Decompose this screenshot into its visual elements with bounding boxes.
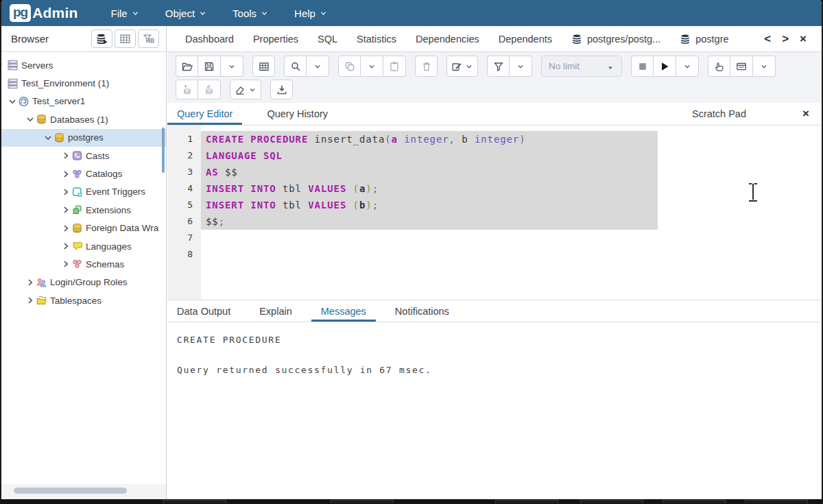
tab-statistics[interactable]: Statistics	[347, 26, 406, 51]
chevron-down-icon[interactable]	[25, 114, 36, 125]
download-results-button[interactable]	[270, 80, 293, 99]
tree-item-foreign-data-wrappers[interactable]: Foreign Data Wra	[1, 219, 166, 237]
tab-explain[interactable]: Explain	[250, 300, 302, 322]
chevron-down-icon[interactable]	[43, 132, 53, 143]
find-options-caret[interactable]	[307, 56, 329, 77]
tree-item-catalogs[interactable]: Catalogs	[1, 165, 166, 182]
query-toolbar: No limit	[167, 52, 822, 103]
filter-options-caret[interactable]	[510, 56, 532, 77]
code-line[interactable]: $$;	[201, 213, 822, 230]
tab-scroll-left-button[interactable]: <	[764, 32, 771, 46]
line-number-gutter: 12345678	[167, 125, 201, 300]
filter-dialog-button[interactable]	[252, 56, 275, 77]
tree-item-casts[interactable]: Casts	[1, 147, 166, 165]
tree-item-schemas[interactable]: Schemas	[1, 255, 166, 273]
code-line[interactable]: LANGUAGE SQL	[201, 147, 822, 164]
object-explorer-button[interactable]	[91, 29, 112, 48]
download-icon	[276, 84, 287, 95]
macros-options-caret[interactable]	[753, 56, 776, 77]
tab-query-tool-postgres[interactable]: postgres/postg...	[562, 26, 670, 51]
code-line[interactable]	[201, 246, 822, 263]
edit-menu-button[interactable]	[446, 56, 478, 77]
tab-dashboard[interactable]: Dashboard	[176, 26, 243, 51]
tab-sql[interactable]: SQL	[308, 26, 347, 51]
find-button[interactable]	[284, 56, 307, 77]
chevron-right-icon[interactable]	[60, 150, 71, 161]
cancel-query-button[interactable]	[631, 56, 654, 77]
tab-close-button[interactable]: ×	[800, 32, 807, 46]
menu-object[interactable]: Object	[157, 3, 215, 23]
scratch-pad-close-button[interactable]: ×	[802, 107, 809, 121]
tab-dependencies[interactable]: Dependencies	[406, 26, 489, 51]
tab-messages[interactable]: Messages	[311, 300, 376, 322]
tab-properties[interactable]: Properties	[243, 26, 308, 51]
execute-query-button[interactable]	[654, 56, 676, 77]
chevron-right-icon[interactable]	[60, 204, 71, 215]
tree-horizontal-scrollbar-track[interactable]	[1, 484, 166, 499]
chevron-down-icon	[320, 10, 327, 17]
rollback-button[interactable]	[198, 80, 221, 99]
chevron-right-icon[interactable]	[25, 295, 36, 306]
save-file-button[interactable]	[198, 56, 221, 77]
chevron-down-icon	[248, 86, 257, 94]
chevron-right-icon[interactable]	[60, 241, 71, 252]
tree-item-label: Catalogs	[86, 169, 122, 179]
tab-scroll-right-button[interactable]: >	[782, 32, 789, 46]
tab-query-tool-postgres-2[interactable]: postgre	[670, 26, 738, 51]
code-line[interactable]	[201, 230, 822, 246]
dependencies-grid-button[interactable]	[115, 29, 136, 48]
tree-item-servers[interactable]: Servers	[1, 56, 166, 74]
clear-query-button[interactable]	[230, 80, 261, 99]
commit-button[interactable]	[176, 80, 198, 99]
tree-item-test-server1[interactable]: Test_server1	[1, 93, 166, 110]
code-line[interactable]: INSERT INTO tbl VALUES (a);	[201, 180, 822, 197]
copy-options-caret[interactable]	[361, 56, 383, 77]
code-line[interactable]: AS $$	[201, 164, 822, 180]
code-line[interactable]: CREATE PROCEDURE insert_data(a integer, …	[201, 131, 822, 147]
macros-button[interactable]	[730, 56, 753, 77]
tree-item-tablespaces[interactable]: Tablespaces	[1, 291, 166, 309]
row-limit-select[interactable]: No limit	[541, 56, 622, 77]
execute-options-caret[interactable]	[676, 56, 699, 77]
chevron-right-icon[interactable]	[60, 223, 71, 234]
open-file-button[interactable]	[176, 56, 198, 77]
tree-vertical-scrollbar[interactable]	[162, 128, 165, 173]
menu-tools[interactable]: Tools	[224, 3, 276, 23]
chevron-right-icon[interactable]	[25, 277, 36, 288]
chevron-down-icon	[132, 10, 139, 17]
tree-item-login-group-roles[interactable]: Login/Group Roles	[1, 274, 166, 291]
delete-button[interactable]	[415, 56, 438, 77]
sql-editor[interactable]: 12345678 CREATE PROCEDURE insert_data(a …	[167, 125, 822, 300]
pgadmin-logo: pg Admin	[10, 4, 78, 22]
tree-item-test-environment[interactable]: Test_Environment (1)	[1, 74, 166, 92]
paste-button[interactable]	[383, 56, 406, 77]
tree-horizontal-scrollbar-thumb[interactable]	[14, 488, 127, 494]
menu-file[interactable]: File	[103, 3, 147, 23]
copy-button[interactable]	[338, 56, 361, 77]
chevron-down-icon[interactable]	[7, 96, 18, 107]
tree-item-databases[interactable]: Databases (1)	[1, 110, 166, 128]
tab-navigation: < > ×	[764, 32, 813, 46]
filter-button[interactable]	[487, 56, 510, 77]
tab-query-editor[interactable]: Query Editor	[167, 103, 242, 125]
menu-help[interactable]: Help	[286, 3, 335, 23]
chevron-right-icon[interactable]	[60, 259, 71, 269]
chevron-right-icon[interactable]	[60, 187, 71, 197]
tree-item-event-triggers[interactable]: Event Triggers	[1, 183, 166, 201]
browser-filter-button[interactable]	[138, 29, 159, 48]
code-line[interactable]: INSERT INTO tbl VALUES (b);	[201, 197, 822, 213]
tree-item-languages[interactable]: Languages	[1, 237, 166, 255]
chevron-right-icon[interactable]	[60, 169, 71, 180]
tree-item-postgres[interactable]: postgres	[1, 129, 166, 147]
row-limit-value: No limit	[549, 61, 606, 71]
save-options-caret[interactable]	[221, 56, 243, 77]
tab-query-history[interactable]: Query History	[257, 103, 337, 125]
tab-dependents[interactable]: Dependents	[489, 26, 562, 51]
tab-notifications[interactable]: Notifications	[385, 300, 459, 322]
code-area[interactable]: CREATE PROCEDURE insert_data(a integer, …	[201, 125, 822, 300]
hand-pointer-button[interactable]	[708, 56, 730, 77]
hand-pointer-icon	[714, 61, 725, 72]
tab-label: Statistics	[357, 34, 396, 45]
tree-item-extensions[interactable]: Extensions	[1, 201, 166, 219]
tab-data-output[interactable]: Data Output	[167, 300, 240, 322]
